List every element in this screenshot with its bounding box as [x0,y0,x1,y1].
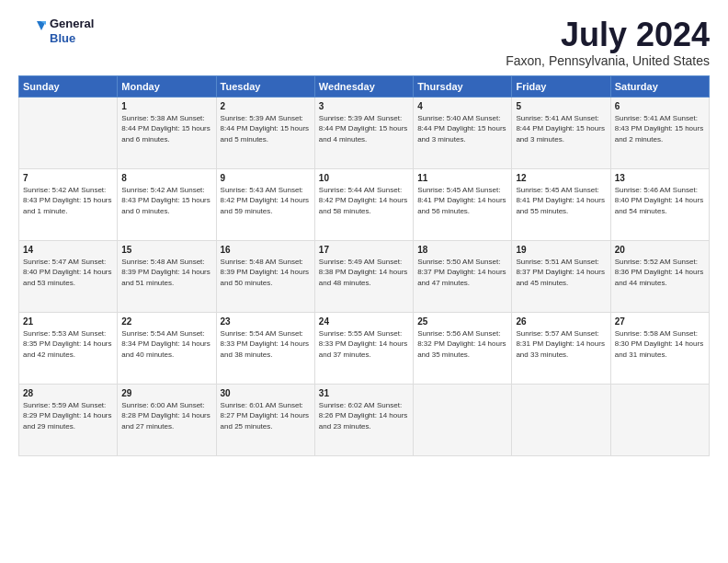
day-content: Sunrise: 5:39 AM Sunset: 8:44 PM Dayligh… [221,113,311,145]
calendar-cell: 2Sunrise: 5:39 AM Sunset: 8:44 PM Daylig… [216,97,314,168]
logo-container: General Blue [18,17,94,45]
day-number: 27 [615,316,705,327]
calendar-cell: 4Sunrise: 5:40 AM Sunset: 8:44 PM Daylig… [414,97,512,168]
calendar-cell: 6Sunrise: 5:41 AM Sunset: 8:43 PM Daylig… [610,97,709,168]
day-content: Sunrise: 5:54 AM Sunset: 8:34 PM Dayligh… [121,328,211,361]
day-number: 21 [23,316,113,327]
logo: General Blue [18,17,94,45]
calendar-cell: 12Sunrise: 5:45 AM Sunset: 8:41 PM Dayli… [512,168,610,240]
day-content: Sunrise: 6:00 AM Sunset: 8:28 PM Dayligh… [121,400,211,432]
logo-bird-icon [18,17,46,45]
calendar-cell: 7Sunrise: 5:42 AM Sunset: 8:43 PM Daylig… [19,168,118,240]
calendar-cell: 16Sunrise: 5:48 AM Sunset: 8:39 PM Dayli… [216,240,314,312]
day-number: 10 [319,173,409,183]
header: General Blue July 2024 Faxon, Pennsylvan… [18,17,710,68]
calendar-page: General Blue July 2024 Faxon, Pennsylvan… [0,0,728,563]
calendar-cell: 3Sunrise: 5:39 AM Sunset: 8:44 PM Daylig… [314,97,413,168]
day-number: 24 [319,316,409,327]
calendar-cell: 8Sunrise: 5:42 AM Sunset: 8:43 PM Daylig… [118,168,216,240]
calendar-cell: 17Sunrise: 5:49 AM Sunset: 8:38 PM Dayli… [314,240,413,312]
day-number: 13 [615,173,705,183]
day-number: 23 [221,316,311,327]
weekday-header: Saturday [610,75,709,97]
day-number: 25 [417,316,507,327]
day-content: Sunrise: 5:45 AM Sunset: 8:41 PM Dayligh… [516,185,606,217]
day-content: Sunrise: 5:42 AM Sunset: 8:43 PM Dayligh… [121,185,211,217]
day-number: 2 [221,101,311,111]
calendar-cell: 9Sunrise: 5:43 AM Sunset: 8:42 PM Daylig… [216,168,314,240]
calendar-cell: 24Sunrise: 5:55 AM Sunset: 8:33 PM Dayli… [314,312,413,384]
day-content: Sunrise: 5:42 AM Sunset: 8:43 PM Dayligh… [23,185,113,217]
calendar-cell: 11Sunrise: 5:45 AM Sunset: 8:41 PM Dayli… [414,168,512,240]
day-number: 7 [23,173,113,183]
calendar-cell: 26Sunrise: 5:57 AM Sunset: 8:31 PM Dayli… [512,312,610,384]
day-content: Sunrise: 5:48 AM Sunset: 8:39 PM Dayligh… [121,257,211,289]
day-content: Sunrise: 5:59 AM Sunset: 8:29 PM Dayligh… [23,400,113,432]
day-number: 20 [615,245,705,255]
calendar-cell: 28Sunrise: 5:59 AM Sunset: 8:29 PM Dayli… [19,384,118,455]
day-number: 14 [23,245,113,255]
day-content: Sunrise: 5:54 AM Sunset: 8:33 PM Dayligh… [221,328,311,361]
calendar-cell [19,97,118,168]
calendar-cell [610,384,709,455]
day-number: 26 [516,316,606,327]
calendar-week-row: 1Sunrise: 5:38 AM Sunset: 8:44 PM Daylig… [19,97,710,168]
calendar-cell: 18Sunrise: 5:50 AM Sunset: 8:37 PM Dayli… [414,240,512,312]
day-content: Sunrise: 5:41 AM Sunset: 8:44 PM Dayligh… [516,113,606,145]
day-number: 9 [221,173,311,183]
weekday-header: Tuesday [216,75,314,97]
calendar-cell: 5Sunrise: 5:41 AM Sunset: 8:44 PM Daylig… [512,97,610,168]
day-content: Sunrise: 5:58 AM Sunset: 8:30 PM Dayligh… [615,328,705,361]
day-content: Sunrise: 5:43 AM Sunset: 8:42 PM Dayligh… [221,185,311,217]
title-block: July 2024 Faxon, Pennsylvania, United St… [506,17,710,68]
calendar-week-row: 28Sunrise: 5:59 AM Sunset: 8:29 PM Dayli… [19,384,710,455]
day-content: Sunrise: 5:44 AM Sunset: 8:42 PM Dayligh… [319,185,409,217]
calendar-cell [414,384,512,455]
day-content: Sunrise: 5:38 AM Sunset: 8:44 PM Dayligh… [121,113,211,145]
day-number: 5 [516,101,606,111]
day-content: Sunrise: 5:55 AM Sunset: 8:33 PM Dayligh… [319,328,409,361]
day-content: Sunrise: 5:51 AM Sunset: 8:37 PM Dayligh… [516,257,606,289]
day-content: Sunrise: 5:48 AM Sunset: 8:39 PM Dayligh… [221,257,311,289]
logo-text: General Blue [50,17,94,45]
day-number: 22 [121,316,211,327]
calendar-cell: 1Sunrise: 5:38 AM Sunset: 8:44 PM Daylig… [118,97,216,168]
day-content: Sunrise: 5:41 AM Sunset: 8:43 PM Dayligh… [615,113,705,145]
day-content: Sunrise: 6:02 AM Sunset: 8:26 PM Dayligh… [319,400,409,432]
day-number: 11 [417,173,507,183]
calendar-cell: 19Sunrise: 5:51 AM Sunset: 8:37 PM Dayli… [512,240,610,312]
header-row: SundayMondayTuesdayWednesdayThursdayFrid… [19,75,710,97]
calendar-week-row: 14Sunrise: 5:47 AM Sunset: 8:40 PM Dayli… [19,240,710,312]
calendar-cell: 20Sunrise: 5:52 AM Sunset: 8:36 PM Dayli… [610,240,709,312]
calendar-cell: 27Sunrise: 5:58 AM Sunset: 8:30 PM Dayli… [610,312,709,384]
day-number: 17 [319,245,409,255]
calendar-cell: 31Sunrise: 6:02 AM Sunset: 8:26 PM Dayli… [314,384,413,455]
day-number: 31 [319,388,409,398]
calendar-cell: 21Sunrise: 5:53 AM Sunset: 8:35 PM Dayli… [19,312,118,384]
calendar-cell: 23Sunrise: 5:54 AM Sunset: 8:33 PM Dayli… [216,312,314,384]
day-number: 12 [516,173,606,183]
day-content: Sunrise: 5:57 AM Sunset: 8:31 PM Dayligh… [516,328,606,361]
day-content: Sunrise: 5:40 AM Sunset: 8:44 PM Dayligh… [417,113,507,145]
day-content: Sunrise: 5:49 AM Sunset: 8:38 PM Dayligh… [319,257,409,289]
weekday-header: Thursday [414,75,512,97]
location-title: Faxon, Pennsylvania, United States [506,53,710,68]
day-number: 29 [121,388,211,398]
weekday-header: Monday [118,75,216,97]
day-number: 1 [121,101,211,111]
day-number: 28 [23,388,113,398]
calendar-cell: 14Sunrise: 5:47 AM Sunset: 8:40 PM Dayli… [19,240,118,312]
calendar-cell: 30Sunrise: 6:01 AM Sunset: 8:27 PM Dayli… [216,384,314,455]
day-number: 3 [319,101,409,111]
day-number: 30 [221,388,311,398]
weekday-header: Sunday [19,75,118,97]
day-content: Sunrise: 5:39 AM Sunset: 8:44 PM Dayligh… [319,113,409,145]
calendar-cell: 29Sunrise: 6:00 AM Sunset: 8:28 PM Dayli… [118,384,216,455]
day-content: Sunrise: 5:52 AM Sunset: 8:36 PM Dayligh… [615,257,705,289]
day-number: 16 [221,245,311,255]
day-number: 15 [121,245,211,255]
day-number: 19 [516,245,606,255]
day-number: 8 [121,173,211,183]
day-number: 4 [417,101,507,111]
calendar-cell: 10Sunrise: 5:44 AM Sunset: 8:42 PM Dayli… [314,168,413,240]
